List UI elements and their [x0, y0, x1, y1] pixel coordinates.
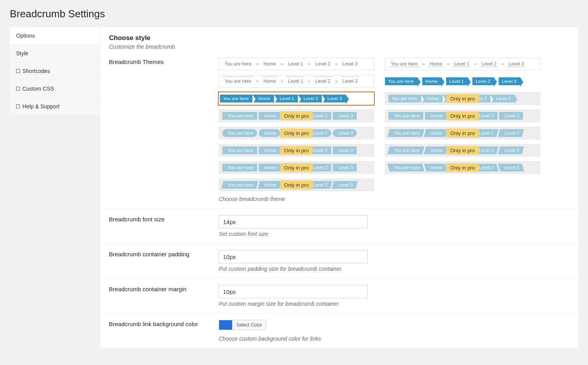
font-size-input[interactable] — [219, 215, 368, 228]
theme-option-pro-4[interactable]: You are hereHomeLevel 1Level 2Level 3 On… — [219, 127, 374, 139]
row-helper: Put custom margin size for breadcrumb co… — [219, 301, 570, 307]
theme-option-arrow-connected[interactable]: You are here Home Level 1 Level 2 Level … — [219, 92, 374, 105]
pro-badge: Only in pro — [446, 163, 479, 172]
color-swatch[interactable] — [219, 320, 232, 330]
row-margin: Breadcrumb container margin Put custom m… — [100, 278, 578, 313]
row-font-size: Breadcrumb font size Set custom font siz… — [100, 208, 578, 243]
theme-option-pro-3[interactable]: You are hereHomeLevel 1Level 2Level 3 On… — [385, 110, 540, 122]
theme-option-underline[interactable]: You are here» Home» Level 1» Level 2» Le… — [385, 58, 540, 70]
theme-option-pro-7[interactable]: You are hereHomeLevel 1Level 2Level 3 On… — [385, 144, 540, 157]
theme-option-pro-6[interactable]: You are hereHomeLevel 1Level 2Level 3 On… — [219, 144, 374, 157]
sidebar-tab-help-support[interactable]: Help & Support — [10, 98, 100, 115]
pro-badge: Only in pro — [280, 146, 313, 155]
margin-input[interactable] — [219, 285, 368, 298]
sidebar-tab-label: Custom CSS — [22, 86, 54, 92]
row-label: Breadcrumb Themes — [109, 58, 219, 202]
sidebar-tab-shortcodes[interactable]: Shortcodes — [10, 62, 100, 80]
section-subtitle: Customize the breadcrumb. — [109, 44, 570, 50]
page-title: Breadcrumb Settings — [10, 8, 578, 20]
theme-option-pro-8[interactable]: You are hereHomeLevel 1Level 2Level 3 On… — [219, 161, 374, 174]
row-bgcolor: Breadcrumb link background color Select … — [100, 313, 578, 348]
row-label: Breadcrumb container margin — [109, 285, 219, 307]
box-icon — [16, 87, 20, 91]
pro-badge: Only in pro — [280, 111, 313, 120]
settings-sidebar: Options Style Shortcodes Custom CSS Help… — [10, 27, 100, 115]
settings-content: Choose style Customize the breadcrumb. B… — [100, 27, 578, 348]
pro-badge: Only in pro — [446, 146, 479, 155]
sidebar-tab-options[interactable]: Options — [10, 27, 100, 45]
row-breadcrumb-themes: Breadcrumb Themes You are here» Home» Le… — [100, 55, 578, 208]
pro-badge: Only in pro — [280, 163, 313, 172]
theme-option-pro-10[interactable]: You are hereHomeLevel 1Level 2Level 3 On… — [219, 179, 374, 191]
pro-badge: Only in pro — [446, 111, 479, 120]
row-helper: Choose breadcrumb theme — [219, 196, 570, 202]
row-padding: Breadcrumb container padding Put custom … — [100, 243, 578, 278]
section-title: Choose style — [109, 34, 570, 42]
row-helper: Put custom padding size for breadcrumb c… — [219, 266, 570, 272]
theme-option-overline[interactable]: You are here» Home» Level 1» Level 2» Le… — [219, 75, 374, 88]
sidebar-tab-label: Options — [16, 33, 35, 39]
padding-input[interactable] — [219, 250, 368, 263]
sidebar-tab-style[interactable]: Style — [10, 45, 100, 62]
sidebar-tab-custom-css[interactable]: Custom CSS — [10, 80, 100, 98]
box-icon — [16, 104, 20, 108]
pro-badge: Only in pro — [446, 129, 479, 138]
row-helper: Choose custom background color for links — [219, 336, 570, 342]
sidebar-tab-label: Shortcodes — [22, 68, 50, 74]
box-icon — [16, 69, 20, 73]
row-helper: Set custom font size — [219, 231, 570, 237]
theme-option-pro-2[interactable]: You are hereHomeLevel 1Level 2Level 3 On… — [219, 110, 374, 122]
select-color-button[interactable]: Select Color — [232, 320, 266, 330]
sidebar-tab-label: Style — [16, 50, 28, 57]
pro-badge: Only in pro — [280, 129, 313, 138]
theme-option-pro-5[interactable]: You are hereHomeLevel 1Level 2Level 3 On… — [385, 127, 540, 139]
theme-option-pro-9[interactable]: You are hereHomeLevel 1Level 2Level 3 On… — [385, 161, 540, 174]
pro-badge: Only in pro — [280, 181, 313, 190]
row-label: Breadcrumb font size — [109, 215, 219, 237]
theme-option-pro-1[interactable]: You are here Home Level 1 Level 2 Level … — [385, 92, 540, 105]
pro-badge: Only in pro — [446, 94, 479, 103]
theme-option-plain[interactable]: You are here» Home» Level 1» Level 2» Le… — [219, 58, 374, 70]
row-label: Breadcrumb link background color — [109, 320, 219, 342]
theme-option-arrow-separate[interactable]: You are here Home Level 1 Level 2 Level … — [385, 75, 540, 88]
row-label: Breadcrumb container padding — [109, 250, 219, 272]
sidebar-tab-label: Help & Support — [22, 103, 60, 110]
